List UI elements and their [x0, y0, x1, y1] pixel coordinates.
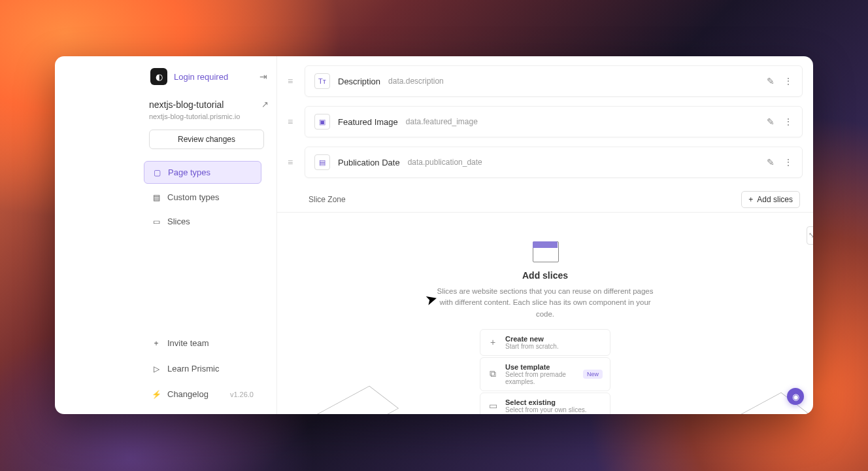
template-icon: ⧉: [488, 368, 498, 379]
field-api-id: data.description: [388, 77, 444, 86]
folder-icon: ▭: [488, 400, 498, 411]
side-panel-toggle[interactable]: ⤡: [807, 226, 813, 245]
edit-icon[interactable]: ✎: [767, 157, 775, 167]
page-types-icon: ▢: [152, 168, 161, 177]
nav-custom-types[interactable]: ▤ Custom types: [144, 186, 261, 208]
slices-icon: ▭: [152, 217, 161, 226]
nav-label: Slices: [167, 217, 190, 226]
plus-icon: +: [748, 195, 753, 204]
option-select-existing[interactable]: ▭ Select existing Select from your own s…: [480, 392, 610, 414]
option-title: Create new: [505, 335, 603, 343]
nav-label: Changelog: [167, 389, 209, 399]
changelog[interactable]: ⚡ Changelog v1.26.0: [144, 383, 261, 405]
play-icon: ▷: [152, 364, 161, 374]
drag-handle-icon[interactable]: ≡: [288, 157, 297, 167]
more-icon[interactable]: ⋮: [784, 157, 793, 167]
app-logo-icon: ◐: [150, 68, 167, 85]
field-label: Featured Image: [338, 117, 398, 127]
section-title: Slice Zone: [309, 195, 346, 204]
plus-icon: +: [152, 339, 161, 348]
bolt-icon: ⚡: [152, 390, 161, 399]
learn-prismic[interactable]: ▷ Learn Prismic: [144, 358, 261, 379]
main-content: ≡ Tт Description data.description ✎ ⋮ ≡ …: [277, 56, 813, 414]
edit-icon[interactable]: ✎: [767, 76, 775, 86]
login-label: Login required: [174, 72, 253, 82]
option-subtitle: Start from scratch.: [505, 343, 603, 350]
app-window: ◐ Login required ⇥ nextjs-blog-tutorial …: [55, 56, 813, 414]
empty-illustration-icon: [530, 237, 560, 264]
field-label: Description: [338, 77, 380, 86]
richtext-icon: Tт: [314, 73, 330, 89]
custom-types-icon: ▤: [152, 193, 161, 202]
drag-handle-icon[interactable]: ≡: [288, 116, 297, 127]
nav-page-types[interactable]: ▢ Page types: [144, 161, 261, 184]
field-card[interactable]: ▤ Publication Date data.publication_date…: [305, 147, 803, 178]
add-slices-button[interactable]: + Add slices: [741, 191, 800, 208]
empty-title: Add slices: [277, 270, 813, 281]
new-badge: New: [583, 370, 603, 379]
slice-zone-header: Slice Zone + Add slices: [277, 187, 813, 213]
drag-handle-icon[interactable]: ≡: [288, 76, 297, 86]
nav-label: Learn Prismic: [167, 364, 219, 374]
button-label: Add slices: [757, 195, 793, 204]
version-label: v1.26.0: [230, 391, 254, 398]
nav-label: Custom types: [167, 192, 219, 202]
field-row-publication-date: ≡ ▤ Publication Date data.publication_da…: [277, 147, 813, 178]
field-label: Publication Date: [338, 158, 400, 167]
image-icon: ▣: [314, 114, 330, 130]
option-title: Select existing: [505, 398, 603, 406]
field-row-featured-image: ≡ ▣ Featured Image data.featured_image ✎…: [277, 106, 813, 137]
project-name: nextjs-blog-tutorial: [149, 99, 256, 110]
sidebar: ◐ Login required ⇥ nextjs-blog-tutorial …: [55, 56, 277, 414]
field-card[interactable]: Tт Description data.description ✎ ⋮: [305, 65, 803, 97]
option-create-new[interactable]: + Create new Start from scratch.: [480, 329, 610, 356]
empty-description: Slices are website sections that you can…: [434, 286, 656, 320]
more-icon[interactable]: ⋮: [784, 76, 793, 86]
option-subtitle: Select from premade examples.: [505, 371, 576, 385]
invite-team[interactable]: + Invite team: [144, 332, 261, 354]
field-api-id: data.featured_image: [406, 117, 478, 126]
option-use-template[interactable]: ⧉ Use template Select from premade examp…: [480, 357, 610, 391]
open-external-icon[interactable]: ↗: [261, 99, 269, 109]
slice-zone-empty-state: Add slices Slices are website sections t…: [277, 213, 813, 414]
login-action-icon[interactable]: ⇥: [259, 71, 267, 82]
floating-action-button[interactable]: ◉: [787, 388, 804, 405]
date-icon: ▤: [314, 154, 330, 170]
plus-icon: +: [488, 337, 498, 347]
nav-label: Page types: [168, 167, 210, 177]
edit-icon[interactable]: ✎: [767, 116, 775, 127]
option-title: Use template: [505, 363, 576, 371]
nav-label: Invite team: [167, 338, 209, 348]
field-row-description: ≡ Tт Description data.description ✎ ⋮: [277, 65, 813, 97]
project-subdomain: nextjs-blog-tutorial.prismic.io: [149, 113, 269, 120]
field-api-id: data.publication_date: [408, 158, 482, 167]
review-changes-button[interactable]: Review changes: [149, 130, 264, 149]
option-subtitle: Select from your own slices.: [505, 406, 603, 413]
field-card[interactable]: ▣ Featured Image data.featured_image ✎ ⋮: [305, 106, 803, 137]
more-icon[interactable]: ⋮: [784, 116, 793, 127]
nav-slices[interactable]: ▭ Slices: [144, 211, 261, 232]
login-row[interactable]: ◐ Login required ⇥: [149, 65, 269, 88]
